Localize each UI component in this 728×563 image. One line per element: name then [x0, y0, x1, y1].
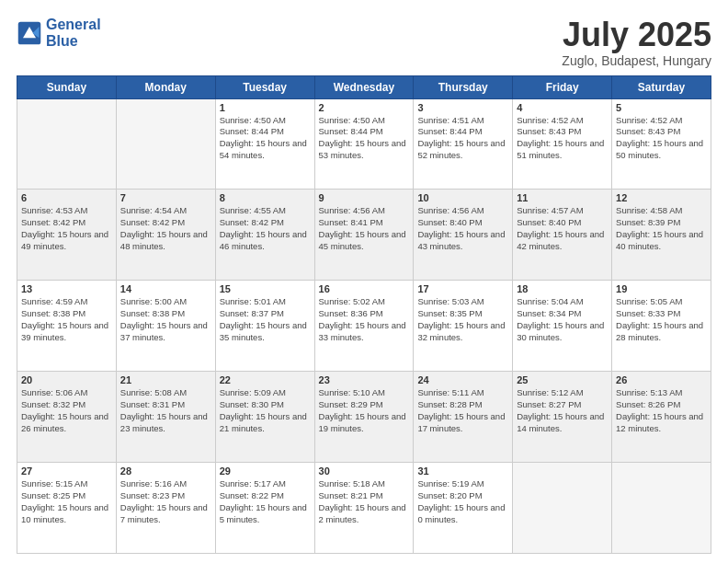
table-row: 27Sunrise: 5:15 AM Sunset: 8:25 PM Dayli…	[17, 463, 117, 554]
table-row: 10Sunrise: 4:56 AM Sunset: 8:40 PM Dayli…	[414, 190, 513, 281]
day-detail: Sunrise: 5:09 AM Sunset: 8:30 PM Dayligh…	[220, 387, 311, 434]
day-detail: Sunrise: 5:03 AM Sunset: 8:35 PM Dayligh…	[417, 296, 508, 343]
day-number: 18	[517, 283, 608, 294]
day-number: 31	[417, 465, 508, 477]
day-number: 9	[319, 192, 410, 203]
table-row	[612, 463, 711, 554]
header-tuesday: Tuesday	[215, 75, 314, 98]
logo-line1: General	[46, 17, 101, 33]
calendar-week-row: 13Sunrise: 4:59 AM Sunset: 8:38 PM Dayli…	[17, 281, 711, 372]
day-number: 1	[220, 102, 311, 113]
logo-text: General Blue	[46, 17, 101, 49]
logo-line2: Blue	[46, 33, 101, 50]
page: General Blue July 2025 Zuglo, Budapest, …	[0, 0, 728, 563]
day-detail: Sunrise: 5:08 AM Sunset: 8:31 PM Dayligh…	[120, 387, 211, 434]
calendar-table: Sunday Monday Tuesday Wednesday Thursday…	[17, 75, 711, 554]
table-row: 9Sunrise: 4:56 AM Sunset: 8:41 PM Daylig…	[314, 190, 414, 281]
header-monday: Monday	[116, 75, 215, 98]
day-number: 30	[319, 465, 410, 477]
table-row: 5Sunrise: 4:52 AM Sunset: 8:43 PM Daylig…	[612, 98, 711, 190]
day-number: 26	[616, 374, 707, 385]
table-row: 29Sunrise: 5:17 AM Sunset: 8:22 PM Dayli…	[215, 463, 314, 554]
day-detail: Sunrise: 4:50 AM Sunset: 8:44 PM Dayligh…	[319, 115, 410, 162]
day-detail: Sunrise: 5:17 AM Sunset: 8:22 PM Dayligh…	[220, 478, 311, 525]
table-row: 6Sunrise: 4:53 AM Sunset: 8:42 PM Daylig…	[17, 190, 117, 281]
day-detail: Sunrise: 5:18 AM Sunset: 8:21 PM Dayligh…	[319, 478, 410, 525]
table-row: 11Sunrise: 4:57 AM Sunset: 8:40 PM Dayli…	[513, 190, 612, 281]
table-row	[17, 98, 117, 190]
top-area: General Blue July 2025 Zuglo, Budapest, …	[17, 17, 711, 68]
table-row: 13Sunrise: 4:59 AM Sunset: 8:38 PM Dayli…	[17, 281, 117, 372]
table-row: 17Sunrise: 5:03 AM Sunset: 8:35 PM Dayli…	[414, 281, 513, 372]
header-friday: Friday	[513, 75, 612, 98]
table-row: 28Sunrise: 5:16 AM Sunset: 8:23 PM Dayli…	[116, 463, 215, 554]
table-row: 1Sunrise: 4:50 AM Sunset: 8:44 PM Daylig…	[215, 98, 314, 190]
day-detail: Sunrise: 5:04 AM Sunset: 8:34 PM Dayligh…	[517, 296, 608, 343]
day-detail: Sunrise: 4:56 AM Sunset: 8:41 PM Dayligh…	[319, 205, 410, 252]
table-row	[513, 463, 612, 554]
day-detail: Sunrise: 4:58 AM Sunset: 8:39 PM Dayligh…	[616, 205, 707, 252]
header-sunday: Sunday	[17, 75, 117, 98]
day-detail: Sunrise: 5:11 AM Sunset: 8:28 PM Dayligh…	[417, 387, 508, 434]
header-saturday: Saturday	[612, 75, 711, 98]
day-number: 7	[120, 192, 211, 203]
day-number: 24	[417, 374, 508, 385]
day-detail: Sunrise: 4:54 AM Sunset: 8:42 PM Dayligh…	[120, 205, 211, 252]
day-number: 5	[616, 102, 707, 113]
title-area: July 2025 Zuglo, Budapest, Hungary	[562, 17, 711, 68]
day-detail: Sunrise: 5:13 AM Sunset: 8:26 PM Dayligh…	[616, 387, 707, 434]
table-row: 8Sunrise: 4:55 AM Sunset: 8:42 PM Daylig…	[215, 190, 314, 281]
table-row: 25Sunrise: 5:12 AM Sunset: 8:27 PM Dayli…	[513, 372, 612, 463]
logo: General Blue	[17, 17, 101, 49]
table-row: 20Sunrise: 5:06 AM Sunset: 8:32 PM Dayli…	[17, 372, 117, 463]
day-number: 27	[21, 465, 112, 477]
table-row: 7Sunrise: 4:54 AM Sunset: 8:42 PM Daylig…	[116, 190, 215, 281]
day-number: 12	[616, 192, 707, 203]
day-number: 22	[220, 374, 311, 385]
day-number: 28	[120, 465, 211, 477]
day-detail: Sunrise: 5:16 AM Sunset: 8:23 PM Dayligh…	[120, 478, 211, 525]
table-row: 24Sunrise: 5:11 AM Sunset: 8:28 PM Dayli…	[414, 372, 513, 463]
day-number: 4	[517, 102, 608, 113]
table-row: 12Sunrise: 4:58 AM Sunset: 8:39 PM Dayli…	[612, 190, 711, 281]
table-row: 15Sunrise: 5:01 AM Sunset: 8:37 PM Dayli…	[215, 281, 314, 372]
day-detail: Sunrise: 4:57 AM Sunset: 8:40 PM Dayligh…	[517, 205, 608, 252]
table-row: 16Sunrise: 5:02 AM Sunset: 8:36 PM Dayli…	[314, 281, 414, 372]
day-number: 14	[120, 283, 211, 294]
day-number: 16	[319, 283, 410, 294]
day-number: 13	[21, 283, 112, 294]
table-row: 2Sunrise: 4:50 AM Sunset: 8:44 PM Daylig…	[314, 98, 414, 190]
day-number: 23	[319, 374, 410, 385]
table-row: 23Sunrise: 5:10 AM Sunset: 8:29 PM Dayli…	[314, 372, 414, 463]
table-row: 31Sunrise: 5:19 AM Sunset: 8:20 PM Dayli…	[414, 463, 513, 554]
day-number: 3	[417, 102, 508, 113]
day-detail: Sunrise: 5:02 AM Sunset: 8:36 PM Dayligh…	[319, 296, 410, 343]
day-number: 6	[21, 192, 112, 203]
table-row	[116, 98, 215, 190]
day-number: 17	[417, 283, 508, 294]
day-number: 15	[220, 283, 311, 294]
day-number: 19	[616, 283, 707, 294]
day-number: 11	[517, 192, 608, 203]
table-row: 19Sunrise: 5:05 AM Sunset: 8:33 PM Dayli…	[612, 281, 711, 372]
day-detail: Sunrise: 4:56 AM Sunset: 8:40 PM Dayligh…	[417, 205, 508, 252]
calendar-week-row: 27Sunrise: 5:15 AM Sunset: 8:25 PM Dayli…	[17, 463, 711, 554]
day-detail: Sunrise: 5:15 AM Sunset: 8:25 PM Dayligh…	[21, 478, 112, 525]
day-detail: Sunrise: 5:00 AM Sunset: 8:38 PM Dayligh…	[120, 296, 211, 343]
calendar-header-row: Sunday Monday Tuesday Wednesday Thursday…	[17, 75, 711, 98]
day-detail: Sunrise: 4:51 AM Sunset: 8:44 PM Dayligh…	[417, 115, 508, 162]
day-number: 20	[21, 374, 112, 385]
calendar-week-row: 1Sunrise: 4:50 AM Sunset: 8:44 PM Daylig…	[17, 98, 711, 190]
day-detail: Sunrise: 4:59 AM Sunset: 8:38 PM Dayligh…	[21, 296, 112, 343]
table-row: 22Sunrise: 5:09 AM Sunset: 8:30 PM Dayli…	[215, 372, 314, 463]
day-number: 29	[220, 465, 311, 477]
day-detail: Sunrise: 4:52 AM Sunset: 8:43 PM Dayligh…	[616, 115, 707, 162]
day-detail: Sunrise: 5:10 AM Sunset: 8:29 PM Dayligh…	[319, 387, 410, 434]
day-number: 8	[220, 192, 311, 203]
calendar-week-row: 6Sunrise: 4:53 AM Sunset: 8:42 PM Daylig…	[17, 190, 711, 281]
month-year: July 2025	[562, 17, 711, 53]
table-row: 26Sunrise: 5:13 AM Sunset: 8:26 PM Dayli…	[612, 372, 711, 463]
day-detail: Sunrise: 5:01 AM Sunset: 8:37 PM Dayligh…	[220, 296, 311, 343]
header-thursday: Thursday	[414, 75, 513, 98]
day-detail: Sunrise: 5:12 AM Sunset: 8:27 PM Dayligh…	[517, 387, 608, 434]
